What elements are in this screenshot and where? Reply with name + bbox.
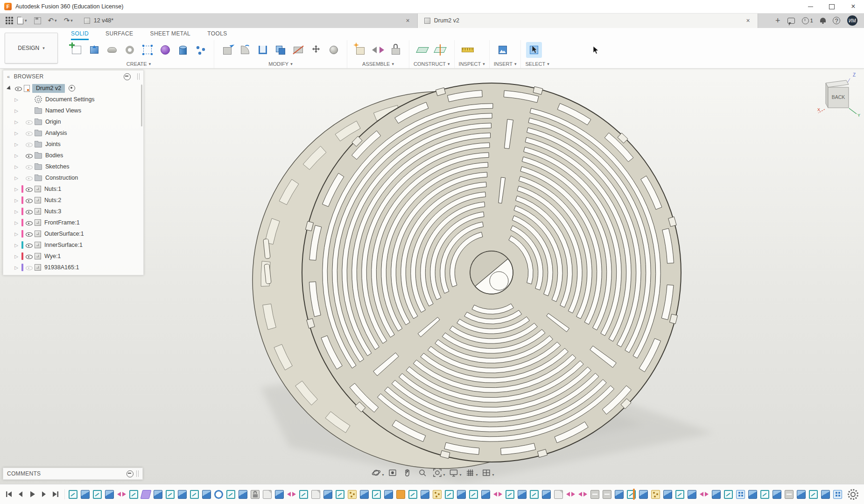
timeline-feature-extrude[interactable] — [275, 490, 284, 499]
browser-item-nuts-2[interactable]: ▷Nuts:2 — [3, 195, 143, 206]
comment-bubble-icon[interactable] — [787, 18, 795, 24]
browser-item-joints[interactable]: ▷Joints — [3, 139, 143, 150]
modify-dropdown[interactable]: MODIFY▾ — [218, 59, 343, 68]
timeline-feature-extrude[interactable] — [154, 490, 162, 499]
visibility-eye-icon[interactable] — [26, 130, 32, 136]
timeline-feature-extrude[interactable] — [360, 490, 369, 499]
expander-icon[interactable]: ▷ — [14, 198, 19, 203]
expander-icon[interactable]: ▷ — [14, 187, 19, 192]
visibility-eye-icon[interactable] — [26, 164, 32, 170]
fit-icon[interactable] — [431, 466, 443, 479]
display-settings-icon[interactable] — [447, 466, 460, 479]
timeline-feature-sketch[interactable] — [166, 490, 175, 499]
save-icon[interactable] — [34, 17, 41, 24]
timeline-feature-sketch[interactable] — [530, 490, 539, 499]
timeline-feature-sketch[interactable] — [129, 490, 138, 499]
visibility-eye-icon[interactable] — [26, 186, 32, 192]
grid-and-snaps-icon[interactable] — [464, 466, 477, 479]
create-form-icon[interactable] — [157, 42, 173, 58]
pattern-dots-icon[interactable] — [193, 42, 209, 58]
combine-icon[interactable] — [273, 42, 288, 58]
visibility-eye-icon[interactable] — [26, 253, 32, 259]
visibility-eye-icon[interactable] — [26, 119, 32, 125]
timeline-play-icon[interactable] — [27, 489, 37, 499]
timeline-feature-extrude[interactable] — [81, 490, 90, 499]
expander-icon[interactable]: ▷ — [14, 243, 19, 248]
timeline-feature-extrude[interactable] — [178, 490, 187, 499]
browser-root-item[interactable]: Drum2 v2 — [3, 83, 143, 94]
redo-icon[interactable]: ↷ — [64, 17, 70, 24]
expander-icon[interactable]: ▷ — [14, 164, 19, 169]
visibility-eye-icon[interactable] — [26, 141, 32, 147]
timeline-feature-joint[interactable] — [590, 490, 599, 499]
select-icon[interactable] — [526, 42, 542, 58]
new-tab-button[interactable]: + — [775, 16, 780, 25]
visibility-eye-icon[interactable] — [26, 153, 32, 159]
browser-item-construction[interactable]: ▷Construction — [3, 172, 143, 183]
viewcube-top-face[interactable] — [826, 80, 849, 87]
timeline-feature-extrude[interactable] — [518, 490, 527, 499]
timeline-feature-extrude[interactable] — [712, 490, 721, 499]
expander-icon[interactable]: ▷ — [14, 209, 19, 214]
timeline-feature-extrude[interactable] — [663, 490, 672, 499]
timeline-feature-extrude[interactable] — [748, 490, 757, 499]
construction-plane-icon[interactable] — [414, 42, 430, 58]
tab-solid[interactable]: SOLID — [71, 30, 89, 40]
visibility-eye-icon[interactable] — [26, 242, 32, 248]
expander-icon[interactable]: ▷ — [14, 265, 19, 270]
timeline-feature-extrude[interactable] — [457, 490, 466, 499]
timeline-feature-extrude[interactable] — [421, 490, 429, 499]
pattern-icon[interactable] — [140, 42, 155, 58]
visibility-eye-icon[interactable] — [26, 220, 32, 226]
job-status-icon[interactable] — [802, 17, 809, 24]
timeline-feature-sketch[interactable] — [445, 490, 454, 499]
timeline-feature-extrude[interactable] — [384, 490, 393, 499]
timeline-feature-extrude[interactable] — [615, 490, 624, 499]
collapse-comments-icon[interactable] — [126, 470, 133, 477]
view-cube[interactable]: Z BACK X Y — [816, 71, 861, 118]
expander-icon[interactable]: ▷ — [14, 175, 19, 181]
extrude-icon[interactable] — [86, 42, 102, 58]
timeline-feature-move[interactable] — [578, 490, 587, 499]
timeline-feature-move[interactable] — [566, 490, 575, 499]
timeline-feature-pattern[interactable] — [736, 490, 745, 499]
split-body-icon[interactable] — [290, 42, 306, 58]
tab-tools[interactable]: TOOLS — [207, 30, 227, 40]
browser-item-nuts-1[interactable]: ▷Nuts:1 — [3, 183, 143, 195]
timeline-step-forward-icon[interactable] — [39, 489, 49, 499]
help-icon[interactable]: ? — [833, 17, 840, 24]
notifications-bell-icon[interactable] — [820, 18, 826, 22]
timeline-step-back-icon[interactable] — [15, 489, 26, 499]
inspect-dropdown[interactable]: INSPECT▾ — [459, 59, 485, 68]
browser-item-innersurface-1[interactable]: ▷InnerSurface:1 — [3, 239, 143, 251]
browser-header[interactable]: « BROWSER — [3, 70, 143, 83]
measure-icon[interactable] — [460, 42, 476, 58]
tab-sheet-metal[interactable]: SHEET METAL — [150, 30, 191, 40]
create-sketch-icon[interactable] — [69, 42, 84, 58]
timeline-feature-sketch[interactable] — [506, 490, 514, 499]
expander-icon[interactable]: ▷ — [14, 254, 19, 259]
rigid-group-icon[interactable] — [388, 42, 404, 58]
select-dropdown[interactable]: SELECT▾ — [525, 59, 549, 68]
timeline-feature-sketch[interactable] — [408, 490, 417, 499]
new-component-icon[interactable] — [352, 42, 368, 58]
move-icon[interactable] — [308, 42, 324, 58]
close-button[interactable]: × — [843, 0, 864, 13]
timeline-feature-point[interactable] — [433, 490, 442, 499]
expander-icon[interactable]: ▷ — [14, 108, 19, 113]
pan-icon[interactable] — [401, 466, 414, 479]
look-at-icon[interactable] — [386, 466, 399, 479]
visibility-eye-icon[interactable] — [26, 265, 32, 271]
visibility-eye-icon[interactable] — [26, 209, 32, 215]
assemble-dropdown[interactable]: ASSEMBLE▾ — [351, 59, 405, 68]
expander-icon[interactable]: ▷ — [14, 119, 19, 125]
construction-axis-icon[interactable] — [432, 42, 448, 58]
timeline-feature-sketch[interactable] — [372, 490, 381, 499]
user-avatar[interactable]: ИМ — [847, 15, 857, 26]
browser-item-91938a165-1[interactable]: ▷91938A165:1 — [3, 262, 143, 273]
browser-item-document-settings[interactable]: ▷Document Settings — [3, 94, 143, 105]
timeline-feature-joint[interactable] — [785, 490, 794, 499]
orbit-icon[interactable] — [370, 466, 382, 479]
browser-item-bodies[interactable]: ▷Bodies — [3, 150, 143, 161]
timeline-feature-point[interactable] — [651, 490, 660, 499]
